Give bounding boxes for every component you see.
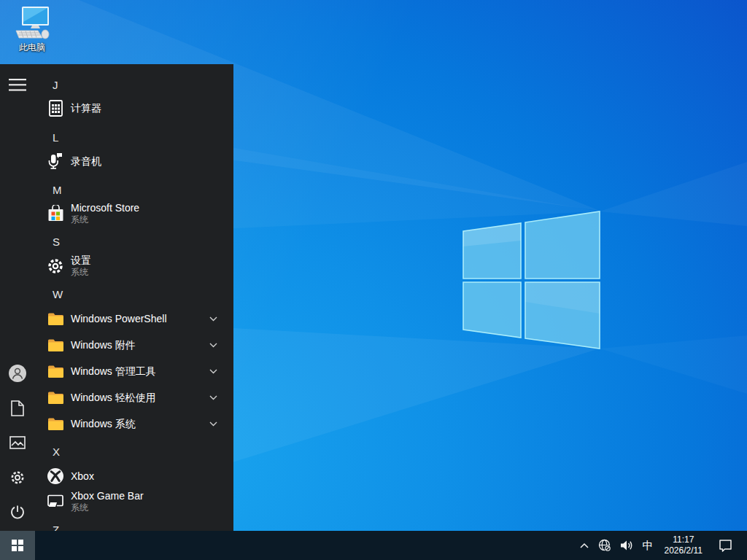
- network-status-button[interactable]: [594, 531, 616, 560]
- start-menu-rail: [0, 64, 35, 531]
- action-center-button[interactable]: [714, 531, 737, 560]
- power-icon: [9, 505, 26, 521]
- app-settings[interactable]: 设置 系统: [35, 250, 233, 282]
- app-calculator[interactable]: 计算器: [35, 95, 233, 121]
- user-account-button[interactable]: [0, 356, 35, 391]
- pictures-button[interactable]: [0, 425, 35, 460]
- system-tray: 中 11:17 2026/2/11: [575, 531, 747, 560]
- store-icon: [47, 205, 64, 222]
- documents-button[interactable]: [0, 391, 35, 426]
- folder-windows-ease-of-access[interactable]: Windows 轻松使用: [35, 384, 233, 411]
- section-letter-x[interactable]: X: [35, 440, 233, 463]
- document-icon: [11, 400, 24, 416]
- user-icon: [8, 364, 27, 383]
- app-voice-recorder[interactable]: 录音机: [35, 148, 233, 174]
- hidden-icons-button[interactable]: [575, 531, 594, 560]
- notification-icon: [719, 539, 732, 552]
- folder-windows-system[interactable]: Windows 系统: [35, 411, 233, 437]
- hamburger-menu-button[interactable]: [0, 67, 35, 102]
- computer-icon: [13, 4, 51, 41]
- chevron-up-icon: [579, 542, 589, 549]
- folder-windows-accessories[interactable]: Windows 附件: [35, 332, 233, 358]
- folder-icon: [47, 362, 64, 380]
- chevron-down-icon: [209, 343, 217, 348]
- chevron-down-icon: [209, 369, 217, 374]
- settings-gear-icon: [47, 257, 64, 275]
- speaker-icon: [620, 540, 633, 551]
- section-letter-l[interactable]: L: [35, 125, 233, 149]
- settings-rail-button[interactable]: [0, 460, 35, 495]
- calculator-icon: [47, 99, 64, 117]
- folder-icon: [47, 310, 64, 327]
- app-xbox-game-bar[interactable]: Xbox Game Bar 系统: [35, 486, 233, 518]
- taskbar: 中 11:17 2026/2/11: [0, 531, 747, 560]
- xbox-icon: [47, 467, 64, 485]
- globe-no-internet-icon: [598, 539, 611, 552]
- hamburger-icon: [9, 79, 26, 91]
- chevron-down-icon: [209, 395, 217, 400]
- folder-windows-admin-tools[interactable]: Windows 管理工具: [35, 358, 233, 384]
- clock[interactable]: 11:17 2026/2/11: [659, 534, 709, 556]
- folder-icon: [47, 336, 64, 354]
- section-letter-w[interactable]: W: [35, 282, 233, 306]
- section-letter-z[interactable]: Z: [35, 518, 233, 531]
- volume-button[interactable]: [616, 531, 638, 560]
- section-letter-j[interactable]: J: [35, 73, 233, 96]
- start-menu: J 计算器 L: [0, 64, 233, 531]
- desktop-icon-this-pc[interactable]: 此电脑: [4, 4, 60, 58]
- gear-icon: [9, 470, 26, 486]
- folder-icon: [47, 415, 64, 432]
- chevron-down-icon: [209, 316, 217, 322]
- chevron-down-icon: [209, 421, 217, 427]
- clock-date: 2026/2/11: [665, 545, 703, 556]
- start-menu-app-list: J 计算器 L: [35, 64, 233, 531]
- power-button[interactable]: [0, 495, 35, 530]
- ime-indicator[interactable]: 中: [638, 531, 659, 560]
- pictures-icon: [9, 436, 26, 449]
- windows-logo-icon: [12, 540, 23, 551]
- app-microsoft-store[interactable]: Microsoft Store 系统: [35, 198, 233, 230]
- folder-icon: [47, 389, 64, 406]
- clock-time: 11:17: [665, 534, 703, 545]
- gamebar-icon: [47, 493, 64, 510]
- folder-windows-powershell[interactable]: Windows PowerShell: [35, 306, 233, 332]
- desktop-icon-label: 此电脑: [19, 42, 45, 54]
- start-button[interactable]: [0, 531, 35, 560]
- voice-recorder-icon: [47, 152, 64, 170]
